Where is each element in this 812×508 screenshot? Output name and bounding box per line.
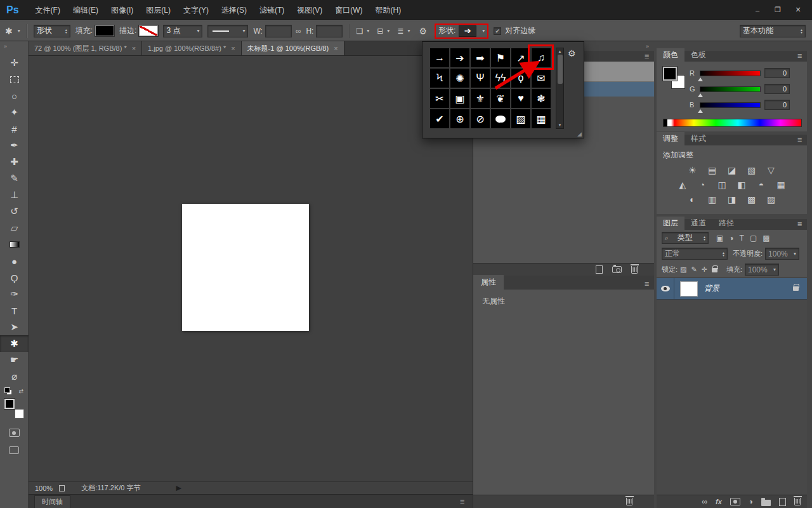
shape-no-symbol[interactable]: ⊘ bbox=[471, 109, 490, 128]
shape-lightning-zigzag[interactable]: Ϟ bbox=[430, 69, 449, 88]
layer-style-button[interactable]: fx bbox=[716, 498, 722, 505]
filter-adjustment-layers[interactable]: ◑ bbox=[729, 234, 733, 243]
tab-adjustments[interactable]: 调整 bbox=[657, 132, 684, 145]
adjustment-channel-mixer[interactable]: ▦ bbox=[774, 178, 788, 191]
fill-dropdown[interactable]: 100% ▾ bbox=[745, 264, 779, 276]
visibility-toggle[interactable] bbox=[657, 278, 674, 299]
type-tool[interactable]: T bbox=[0, 302, 29, 319]
swap-colors-icon[interactable]: ⇄ bbox=[18, 388, 23, 394]
lock-pixels-button[interactable]: ✎ bbox=[691, 265, 697, 274]
adjustment-threshold[interactable]: ◨ bbox=[725, 193, 739, 206]
shape-arrow-2[interactable]: ➔ bbox=[450, 48, 469, 67]
zoom-level[interactable]: 100% bbox=[35, 485, 53, 492]
lock-all-button[interactable] bbox=[712, 266, 717, 274]
dodge-tool[interactable]: Ϙ bbox=[0, 269, 29, 286]
shape-crosshair[interactable]: ⊕ bbox=[450, 109, 469, 128]
panel-menu-icon[interactable]: ≣ bbox=[797, 136, 807, 145]
channel-b-slider[interactable] bbox=[700, 102, 761, 108]
new-document-from-state-button[interactable] bbox=[596, 265, 603, 274]
shape-sunburst[interactable]: ✺ bbox=[450, 69, 469, 88]
shape-grass[interactable]: Ψ bbox=[471, 69, 490, 88]
shape-dropdown-group[interactable]: 形状: ➔ ▾ bbox=[435, 23, 488, 39]
shape-fleur-de-lis[interactable]: ⚜ bbox=[471, 89, 490, 108]
zoom-tool[interactable]: ⌀ bbox=[0, 368, 29, 385]
stroke-color-swatch[interactable] bbox=[139, 25, 158, 36]
stroke-width-dropdown[interactable]: 3 点▾ bbox=[163, 25, 202, 37]
adjustment-selective-color[interactable]: ▨ bbox=[764, 193, 778, 206]
channel-b-value[interactable]: 0 bbox=[764, 100, 790, 110]
gear-icon[interactable]: ⚙ bbox=[419, 26, 427, 36]
healing-brush-tool[interactable]: ✚ bbox=[0, 154, 29, 170]
tab-paths[interactable]: 路径 bbox=[712, 217, 740, 230]
brush-tool[interactable]: ✎ bbox=[0, 170, 29, 187]
shape-arrow-3[interactable]: ➡ bbox=[471, 48, 490, 67]
timeline-menu-icon[interactable]: ≣ bbox=[460, 498, 465, 505]
link-dimensions-icon[interactable]: ∞ bbox=[296, 27, 301, 36]
path-operations-button[interactable]: ❏▾ bbox=[355, 27, 370, 36]
layer-filter-dropdown[interactable]: ⌕ 类型 bbox=[662, 232, 709, 244]
tab-swatches[interactable]: 色板 bbox=[684, 48, 712, 62]
delete-layer-button[interactable] bbox=[794, 498, 801, 505]
adjustment-color-balance[interactable]: ◫ bbox=[715, 178, 729, 191]
menu-item[interactable]: 选择(S) bbox=[215, 0, 253, 20]
scrollbar-thumb[interactable] bbox=[558, 55, 563, 84]
shape-speech-bubble[interactable] bbox=[491, 109, 510, 128]
adjustment-color-lookup[interactable]: ▽ bbox=[764, 164, 778, 177]
tab-styles[interactable]: 样式 bbox=[684, 132, 712, 145]
foreground-color-swatch[interactable] bbox=[4, 399, 15, 409]
stroke-type-dropdown[interactable]: ▾ bbox=[207, 25, 248, 37]
shape-picker-scrollbar[interactable]: ▲ ▼ bbox=[556, 48, 564, 129]
gear-icon[interactable]: ⚙ bbox=[568, 48, 576, 58]
color-spectrum-ramp[interactable] bbox=[663, 119, 802, 127]
add-layer-mask-button[interactable] bbox=[730, 498, 740, 505]
marquee-tool[interactable] bbox=[0, 71, 29, 88]
gradient-tool[interactable] bbox=[0, 236, 29, 253]
document-canvas[interactable] bbox=[182, 204, 309, 331]
opacity-dropdown[interactable]: 100% ▾ bbox=[765, 248, 799, 260]
adjustment-invert[interactable]: ◐ bbox=[686, 193, 700, 206]
tab-channels[interactable]: 通道 bbox=[684, 217, 712, 230]
shape-frame[interactable]: ▣ bbox=[450, 89, 469, 108]
adjustment-photo-filter[interactable]: ◓ bbox=[754, 178, 768, 191]
delete-properties-button[interactable] bbox=[626, 498, 632, 505]
default-colors-icon[interactable] bbox=[4, 387, 12, 395]
window-minimize-button[interactable]: – bbox=[747, 4, 768, 17]
background-color-swatch[interactable] bbox=[15, 409, 24, 418]
panel-menu-icon[interactable]: ≣ bbox=[797, 52, 807, 62]
tab-timeline[interactable]: 时间轴 bbox=[34, 495, 70, 508]
filter-shape-layers[interactable]: ▢ bbox=[750, 234, 757, 243]
menu-item[interactable]: 文件(F) bbox=[29, 0, 67, 20]
new-snapshot-button[interactable] bbox=[612, 266, 622, 273]
eraser-tool[interactable]: ▱ bbox=[0, 220, 29, 236]
align-edges-checkbox[interactable]: ✓ bbox=[494, 27, 501, 35]
channel-r-value[interactable]: 0 bbox=[764, 68, 790, 78]
shape-checkerboard[interactable]: ▦ bbox=[532, 109, 551, 128]
panel-menu-icon[interactable]: ≣ bbox=[797, 220, 807, 230]
crop-tool[interactable]: # bbox=[0, 121, 29, 137]
channel-g-value[interactable]: 0 bbox=[764, 84, 790, 94]
panel-menu-icon[interactable]: ≣ bbox=[645, 53, 650, 60]
new-group-button[interactable] bbox=[761, 498, 771, 506]
path-alignment-button[interactable]: ⊟▾ bbox=[376, 27, 391, 36]
lock-position-button[interactable]: ✛ bbox=[702, 265, 707, 274]
foreground-color-swatch[interactable] bbox=[663, 67, 677, 81]
resize-grip-icon[interactable]: ◢ bbox=[577, 131, 582, 137]
shape-thin-arrow[interactable]: → bbox=[430, 48, 449, 67]
quick-selection-tool[interactable]: ✦ bbox=[0, 104, 29, 121]
layer-row-background[interactable]: 背景 bbox=[657, 278, 807, 300]
adjustment-black-white[interactable]: ◧ bbox=[735, 178, 749, 191]
menu-item[interactable]: 图层(L) bbox=[140, 0, 177, 20]
blur-tool[interactable]: ● bbox=[0, 253, 29, 269]
filter-smart-objects[interactable]: ▩ bbox=[763, 234, 769, 243]
screen-mode-button[interactable] bbox=[9, 446, 19, 454]
filter-type-layers[interactable]: T bbox=[740, 234, 744, 243]
lasso-tool[interactable]: ○ bbox=[0, 88, 29, 104]
tab-close-icon[interactable]: × bbox=[231, 44, 235, 52]
slider-handle[interactable] bbox=[698, 75, 703, 81]
link-layers-button[interactable]: ∞ bbox=[702, 497, 707, 506]
hand-tool[interactable]: ☛ bbox=[0, 352, 29, 368]
path-selection-tool[interactable]: ➤ bbox=[0, 319, 29, 335]
collapse-panels-icon[interactable]: » bbox=[646, 43, 649, 50]
pen-tool[interactable]: ✑ bbox=[0, 286, 29, 302]
menu-item[interactable]: 视图(V) bbox=[291, 0, 329, 20]
